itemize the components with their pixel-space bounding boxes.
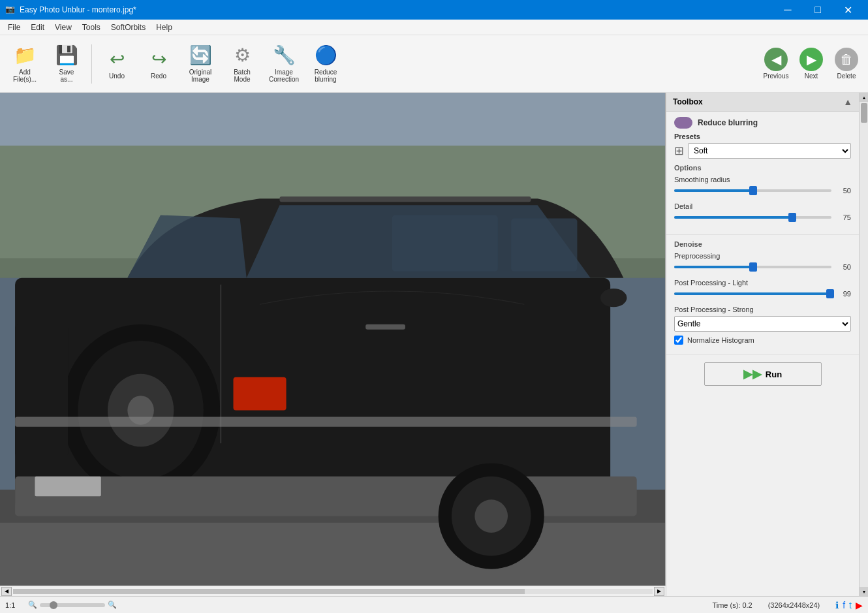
batch-mode-button[interactable]: ⚙ BatchMode: [223, 39, 262, 89]
presets-label: Presets: [674, 133, 851, 140]
normalize-histogram-label: Normalize Histogram: [687, 336, 754, 344]
add-files-label: AddFile(s)...: [13, 69, 37, 83]
smoothing-radius-label: Smoothing radius: [674, 176, 851, 183]
options-section: Options Smoothing radius: [674, 164, 851, 223]
side-panel-scrollbar[interactable]: ▲ ▼: [859, 93, 868, 596]
run-button[interactable]: ▶▶ Run: [704, 362, 822, 386]
menu-tools[interactable]: Tools: [77, 22, 106, 33]
menu-help[interactable]: Help: [151, 22, 178, 33]
add-files-icon: 📁: [14, 44, 37, 66]
scroll-area: [860, 102, 868, 587]
svg-rect-13: [233, 377, 286, 411]
toolbox-collapse-button[interactable]: ▲: [843, 97, 852, 107]
reduce-blurring-button[interactable]: 🔵 Reduceblurring: [306, 39, 345, 89]
image-column: ◀ ▶: [0, 93, 666, 596]
reduce-blurring-icon: 🔵: [315, 44, 337, 66]
post-processing-light-value: 99: [835, 290, 851, 298]
smoothing-radius-track: [674, 189, 831, 192]
youtube-icon[interactable]: ▶: [856, 600, 863, 610]
horizontal-scrollbar[interactable]: ◀ ▶: [0, 586, 666, 596]
run-icon: ▶▶: [743, 367, 762, 381]
post-processing-light-fill: [674, 292, 830, 295]
batch-mode-label: BatchMode: [234, 69, 251, 83]
close-button[interactable]: ✕: [833, 0, 863, 20]
next-label: Next: [805, 72, 818, 80]
window-title: Easy Photo Unblur - montero.jpg*: [20, 5, 773, 14]
smoothing-radius-fill: [674, 189, 753, 192]
preprocessing-label: Preprocessing: [674, 252, 851, 260]
minimize-button[interactable]: ─: [773, 0, 803, 20]
scroll-track: [13, 589, 653, 594]
menu-file[interactable]: File: [3, 22, 25, 33]
next-button[interactable]: ▶ Next: [795, 39, 828, 89]
previous-button[interactable]: ◀ Previous: [760, 39, 792, 89]
preset-select[interactable]: Soft Medium Strong Custom: [688, 143, 851, 159]
save-label: Saveas...: [59, 69, 74, 83]
original-image-button[interactable]: 🔄 OriginalImage: [181, 39, 220, 89]
preprocessing-slider[interactable]: [674, 262, 831, 272]
add-files-button[interactable]: 📁 AddFile(s)...: [5, 39, 44, 89]
detail-slider-wrap: 75: [674, 212, 851, 223]
svg-rect-16: [279, 196, 531, 202]
zoom-thumb: [50, 601, 57, 609]
svg-rect-22: [365, 324, 405, 330]
redo-button[interactable]: ↪ Redo: [139, 39, 178, 89]
smoothing-radius-slider[interactable]: [674, 185, 831, 196]
status-icons: ℹ f t ▶: [835, 600, 863, 610]
scroll-down-button[interactable]: ▼: [860, 587, 868, 596]
preset-row: ⊞ Soft Medium Strong Custom: [674, 143, 851, 159]
tool-section: Reduce blurring Presets ⊞ Soft Medium St…: [666, 112, 859, 235]
maximize-button[interactable]: □: [803, 0, 833, 20]
image-correction-button[interactable]: 🔧 ImageCorrection: [264, 39, 303, 89]
scroll-up-button[interactable]: ▲: [860, 93, 868, 102]
post-processing-light-thumb: [826, 289, 834, 298]
redo-label: Redo: [151, 72, 166, 80]
zoom-slider[interactable]: [40, 603, 105, 607]
normalize-histogram-checkbox[interactable]: [674, 336, 683, 345]
post-processing-strong-select[interactable]: None Gentle Medium Strong: [674, 316, 851, 332]
scroll-right-button[interactable]: ▶: [654, 587, 664, 596]
svg-rect-6: [392, 215, 498, 271]
zoom-out-icon[interactable]: 🔍: [28, 601, 37, 609]
scroll-left-button[interactable]: ◀: [1, 587, 12, 596]
preprocessing-thumb: [749, 262, 757, 272]
post-processing-light-label: Post Processing - Light: [674, 279, 851, 287]
smoothing-radius-value: 50: [835, 187, 851, 195]
tool-icon: [674, 117, 692, 129]
post-processing-light-slider-wrap: 99: [674, 289, 851, 299]
image-correction-icon: 🔧: [273, 44, 296, 66]
title-bar: 📷 Easy Photo Unblur - montero.jpg* ─ □ ✕: [0, 0, 868, 20]
run-section: ▶▶ Run: [666, 354, 859, 394]
delete-label: Delete: [837, 72, 856, 80]
svg-rect-15: [15, 324, 68, 457]
post-processing-light-slider[interactable]: [674, 289, 831, 299]
save-as-button[interactable]: 💾 Saveas...: [47, 39, 86, 89]
denoise-label: Denoise: [674, 240, 851, 248]
info-icon[interactable]: ℹ: [835, 600, 839, 610]
normalize-histogram-row: Normalize Histogram: [674, 336, 851, 345]
detail-slider[interactable]: [674, 212, 831, 223]
window-controls: ─ □ ✕: [773, 0, 863, 20]
status-dims: (3264x2448x24): [768, 601, 820, 609]
next-icon: ▶: [799, 48, 823, 71]
svg-rect-4: [0, 523, 665, 586]
menu-edit[interactable]: Edit: [25, 22, 50, 33]
toolbox-header: Toolbox ▲: [666, 93, 859, 112]
undo-button[interactable]: ↩ Undo: [97, 39, 136, 89]
options-label: Options: [674, 164, 851, 172]
post-processing-light-row: Post Processing - Light 99: [674, 279, 851, 299]
post-processing-strong-label: Post Processing - Strong: [674, 306, 851, 313]
preprocessing-value: 50: [835, 263, 851, 271]
save-icon: 💾: [55, 44, 78, 66]
twitter-icon[interactable]: t: [849, 600, 852, 610]
svg-rect-21: [15, 417, 637, 427]
zoom-in-icon[interactable]: 🔍: [108, 601, 117, 609]
svg-rect-24: [35, 477, 101, 496]
menu-view[interactable]: View: [50, 22, 77, 33]
preprocessing-fill: [674, 266, 753, 268]
redo-icon: ↪: [151, 48, 166, 70]
menu-softorbits[interactable]: SoftOrbits: [106, 22, 151, 33]
toolbox-title: Toolbox: [673, 97, 703, 106]
facebook-icon[interactable]: f: [843, 600, 845, 610]
delete-button[interactable]: 🗑 Delete: [830, 39, 863, 89]
